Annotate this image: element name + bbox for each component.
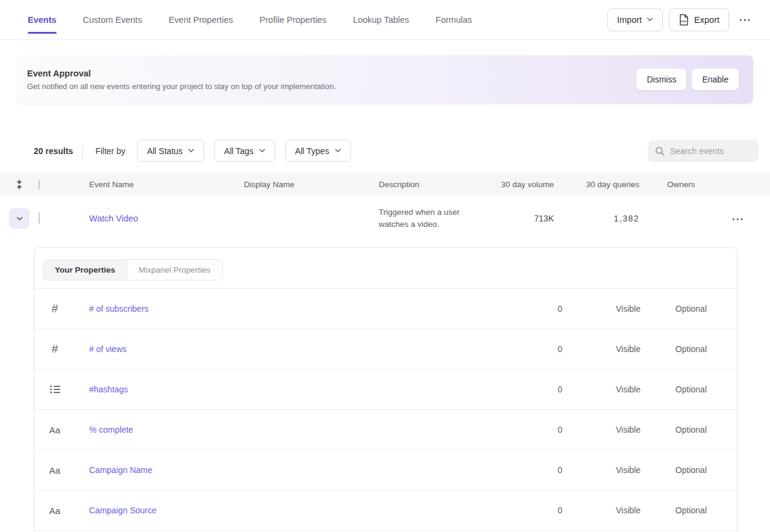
search-events-box	[648, 140, 759, 162]
column-header-display-name: Display Name	[234, 180, 368, 189]
chevron-down-icon	[259, 149, 265, 153]
tab-event-properties[interactable]: Event Properties	[169, 0, 233, 39]
top-nav: Events Custom Events Event Properties Pr…	[0, 0, 770, 40]
banner-subtitle: Get notified on all new events entering …	[27, 82, 336, 91]
search-icon	[655, 146, 665, 156]
chevron-down-icon	[16, 217, 23, 221]
tab-profile-properties[interactable]: Profile Properties	[259, 0, 326, 39]
export-button[interactable]: csv Export	[669, 8, 729, 31]
property-name-link[interactable]: # of subscribers	[75, 304, 502, 314]
property-row: Aa Campaign Source 0 Visible Optional	[34, 490, 737, 531]
column-header-event-name: Event Name	[65, 180, 234, 189]
property-requirement: Optional	[641, 465, 707, 475]
column-header-description: Description	[368, 180, 488, 189]
property-row: #hashtags 0 Visible Optional	[34, 370, 737, 410]
import-button[interactable]: Import	[607, 8, 663, 31]
property-count: 0	[502, 506, 562, 515]
results-count: 20 results	[34, 146, 73, 156]
row-more-button[interactable]: ⋯	[728, 210, 748, 227]
event-approval-banner: Event Approval Get notified on all new e…	[17, 55, 753, 104]
property-visibility: Visible	[562, 425, 641, 435]
banner-title: Event Approval	[27, 69, 336, 78]
column-header-owners: Owners	[639, 180, 718, 189]
property-requirement: Optional	[641, 385, 707, 394]
property-name-link[interactable]: % complete	[75, 425, 502, 435]
filter-bar: 20 results Filter by All Status All Tags…	[0, 140, 770, 162]
property-count: 0	[502, 465, 562, 475]
tab-your-properties[interactable]: Your Properties	[43, 260, 127, 280]
all-status-label: All Status	[147, 146, 182, 156]
collapse-row-button[interactable]	[9, 208, 29, 229]
property-row: # # of subscribers 0 Visible Optional	[34, 289, 737, 329]
svg-text:csv: csv	[681, 19, 686, 22]
property-count: 0	[502, 344, 562, 354]
tab-lookup-tables[interactable]: Lookup Tables	[353, 0, 409, 39]
all-types-label: All Types	[295, 146, 329, 156]
event-detail-card: Your Properties Mixpanel Properties # # …	[34, 247, 737, 532]
properties-segmented-control: Your Properties Mixpanel Properties	[43, 259, 223, 280]
property-visibility: Visible	[562, 304, 641, 314]
text-type-icon: Aa	[49, 425, 60, 435]
property-visibility: Visible	[562, 385, 641, 394]
property-visibility: Visible	[562, 344, 641, 354]
property-name-link[interactable]: Campaign Source	[75, 506, 502, 515]
property-name-link[interactable]: # of views	[75, 344, 502, 354]
tab-custom-events[interactable]: Custom Events	[83, 0, 142, 39]
property-row: Aa % complete 0 Visible Optional	[34, 410, 737, 450]
chevron-down-icon	[647, 17, 653, 22]
property-requirement: Optional	[641, 506, 707, 515]
text-type-icon: Aa	[49, 506, 60, 516]
tab-formulas[interactable]: Formulas	[436, 0, 472, 39]
select-all-checkbox[interactable]	[39, 179, 40, 190]
property-requirement: Optional	[641, 344, 707, 354]
tab-events[interactable]: Events	[28, 0, 57, 39]
collapse-all-icon[interactable]	[0, 179, 39, 190]
banner-actions: Dismiss Enable	[636, 69, 739, 90]
property-count: 0	[502, 385, 562, 394]
all-tags-label: All Tags	[224, 146, 253, 156]
all-types-dropdown[interactable]: All Types	[285, 140, 351, 162]
chevron-down-icon	[335, 149, 341, 153]
filter-by-label: Filter by	[95, 146, 125, 156]
property-requirement: Optional	[641, 304, 707, 314]
table-header-row: Event Name Display Name Description 30 d…	[0, 173, 770, 196]
all-status-dropdown[interactable]: All Status	[137, 140, 204, 162]
table-row: Watch Video Triggered when a user watche…	[0, 196, 770, 241]
column-header-30-day-volume: 30 day volume	[488, 180, 554, 189]
export-button-label: Export	[694, 15, 719, 25]
divider	[82, 143, 83, 159]
property-name-link[interactable]: Campaign Name	[75, 465, 502, 475]
chevron-down-icon	[188, 149, 194, 153]
number-type-icon: #	[52, 342, 58, 356]
event-30-day-volume: 713K	[488, 214, 554, 223]
banner-text: Event Approval Get notified on all new e…	[27, 69, 336, 91]
column-header-30-day-queries: 30 day queries	[554, 180, 639, 189]
event-description: Triggered when a user watches a video.	[368, 206, 488, 230]
property-count: 0	[502, 304, 562, 314]
nav-more-button[interactable]: ⋯	[735, 11, 756, 28]
row-checkbox[interactable]	[39, 212, 40, 224]
nav-actions: Import csv Export ⋯	[607, 0, 756, 39]
property-count: 0	[502, 425, 562, 435]
property-visibility: Visible	[562, 465, 641, 475]
property-name-link[interactable]: #hashtags	[75, 385, 502, 394]
lexicon-tabs: Events Custom Events Event Properties Pr…	[28, 0, 472, 39]
dismiss-button[interactable]: Dismiss	[636, 69, 686, 90]
property-visibility: Visible	[562, 506, 641, 515]
enable-button[interactable]: Enable	[692, 69, 739, 90]
number-type-icon: #	[52, 302, 58, 315]
import-button-label: Import	[617, 15, 642, 25]
event-name-link[interactable]: Watch Video	[89, 214, 138, 223]
list-type-icon	[34, 385, 75, 394]
detail-tabs: Your Properties Mixpanel Properties	[34, 248, 737, 289]
all-tags-dropdown[interactable]: All Tags	[214, 140, 275, 162]
property-row: # # of views 0 Visible Optional	[34, 329, 737, 370]
search-input[interactable]	[670, 146, 753, 156]
text-type-icon: Aa	[49, 465, 60, 475]
events-table: Event Name Display Name Description 30 d…	[0, 173, 770, 241]
tab-mixpanel-properties[interactable]: Mixpanel Properties	[127, 260, 222, 280]
event-30-day-queries: 1,382	[554, 214, 639, 223]
csv-file-icon: csv	[678, 14, 689, 26]
property-row: Aa Campaign Name 0 Visible Optional	[34, 450, 737, 490]
property-requirement: Optional	[641, 425, 707, 435]
